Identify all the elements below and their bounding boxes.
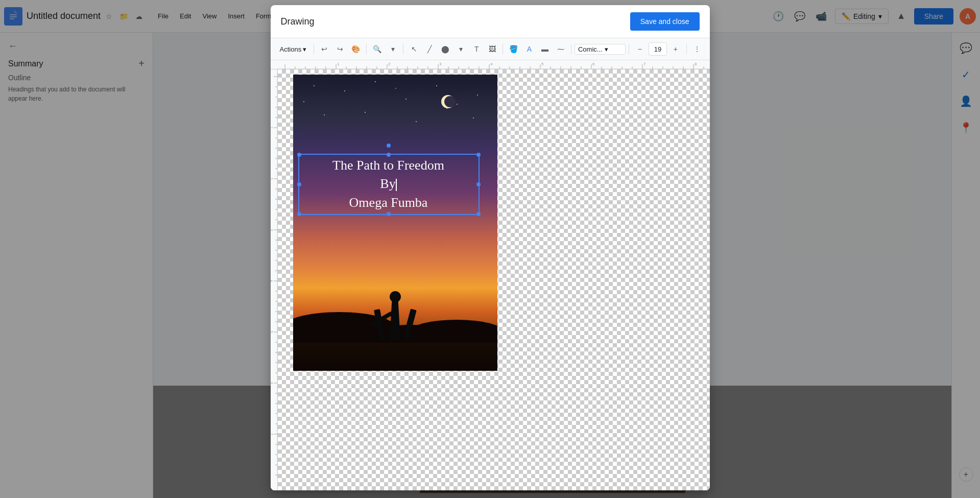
save-and-close-button[interactable]: Save and close (630, 12, 700, 31)
crescent-moon (441, 95, 457, 110)
font-family-select[interactable]: Comic... ▾ (575, 44, 626, 55)
border-color-icon: A (527, 45, 532, 53)
drawing-dialog: Drawing Save and close Actions ▾ ↩ ↪ 🎨 🔍… (271, 5, 710, 490)
svg-text:3: 3 (439, 62, 442, 66)
font-chevron-icon: ▾ (605, 45, 608, 53)
drawing-overlay: Drawing Save and close Actions ▾ ↩ ↪ 🎨 🔍… (0, 0, 980, 498)
actions-label: Actions (280, 45, 302, 53)
border-color-button[interactable]: A (522, 41, 537, 57)
toolbar-divider-4 (503, 44, 503, 54)
paint-format-button[interactable]: 🎨 (348, 41, 363, 57)
ruler-ticks: 12345678910111213141516171819 (278, 60, 710, 69)
svg-text:2: 2 (388, 62, 391, 66)
svg-text:6: 6 (592, 62, 595, 66)
svg-text:5: 5 (271, 331, 273, 333)
sunset-background (293, 75, 497, 371)
svg-text:1: 1 (337, 62, 340, 66)
text-selection-box[interactable]: ↔ (298, 154, 480, 215)
drawing-dialog-title: Drawing (281, 16, 315, 27)
svg-text:7: 7 (271, 433, 273, 435)
drawing-toolbar: Actions ▾ ↩ ↪ 🎨 🔍 ▾ ↖ ╱ ⬤ ▾ T 🖼 🪣 A ▬ (271, 38, 710, 60)
svg-text:7: 7 (643, 62, 646, 66)
toolbar-divider-3 (403, 44, 403, 54)
svg-text:4: 4 (490, 62, 493, 66)
fill-color-button[interactable]: 🪣 (506, 41, 521, 57)
font-size-input[interactable] (649, 42, 667, 56)
svg-text:2: 2 (271, 178, 273, 180)
font-size-increase-button[interactable]: + (668, 41, 683, 57)
v-ruler-ticks: 1234567 (271, 69, 278, 478)
font-size-decrease-button[interactable]: − (632, 41, 648, 57)
svg-text:1: 1 (271, 127, 273, 129)
resize-handle-tc[interactable] (387, 153, 391, 157)
zoom-button[interactable]: 🔍 (370, 41, 385, 57)
svg-text:5: 5 (541, 62, 544, 66)
actions-button[interactable]: Actions ▾ (276, 43, 311, 55)
toolbar-divider-2 (366, 44, 367, 54)
vertical-ruler: 1234567 (271, 69, 278, 490)
zoom-chevron-button[interactable]: ▾ (386, 41, 400, 57)
resize-handle-ml[interactable] (297, 182, 301, 186)
resize-handle-bl[interactable] (297, 212, 301, 216)
shape-tool[interactable]: ⬤ (438, 41, 453, 57)
border-dash-button[interactable]: ⁓ (553, 41, 568, 57)
line-tool[interactable]: ╱ (422, 41, 437, 57)
text-tool[interactable]: T (469, 41, 484, 57)
cursor-tool[interactable]: ↖ (407, 41, 421, 57)
more-options-button[interactable]: ⋮ (690, 41, 705, 57)
drawing-header: Drawing Save and close (271, 5, 710, 38)
figure-leg-right (402, 309, 416, 340)
drawing-canvas-wrapper[interactable]: 1234567 (271, 69, 710, 490)
redo-button[interactable]: ↪ (333, 41, 348, 57)
horizontal-ruler: 12345678910111213141516171819 (271, 60, 710, 69)
actions-chevron-icon: ▾ (303, 45, 306, 53)
figure-body (388, 299, 403, 340)
toolbar-divider-7 (686, 44, 687, 54)
resize-handle-br[interactable] (476, 212, 481, 216)
toolbar-divider-1 (314, 44, 314, 54)
svg-text:4: 4 (271, 280, 273, 282)
image-tool[interactable]: 🖼 (485, 41, 500, 57)
font-name-label: Comic... (578, 45, 603, 53)
resize-handle-tl[interactable] (297, 153, 301, 157)
drawing-image[interactable]: ↔ The Path to Freedom By Omega Fumba (293, 75, 497, 371)
drawing-canvas[interactable]: ↔ The Path to Freedom By Omega Fumba (278, 69, 710, 490)
shapes-chevron[interactable]: ▾ (453, 41, 468, 57)
figure-silhouette (365, 258, 426, 340)
toolbar-divider-6 (629, 44, 629, 54)
resize-handle-mr[interactable] (476, 182, 481, 186)
svg-text:8: 8 (695, 62, 697, 66)
resize-handle-tr[interactable] (476, 153, 481, 157)
svg-text:6: 6 (271, 382, 273, 384)
toolbar-divider-5 (571, 44, 571, 54)
undo-button[interactable]: ↩ (317, 41, 332, 57)
connector-handle[interactable] (387, 144, 391, 148)
fill-icon: 🪣 (509, 45, 518, 53)
resize-handle-bc[interactable] (387, 212, 391, 216)
border-weight-button[interactable]: ▬ (538, 41, 553, 57)
svg-text:3: 3 (271, 229, 273, 231)
font-size-area: − + (632, 41, 683, 57)
